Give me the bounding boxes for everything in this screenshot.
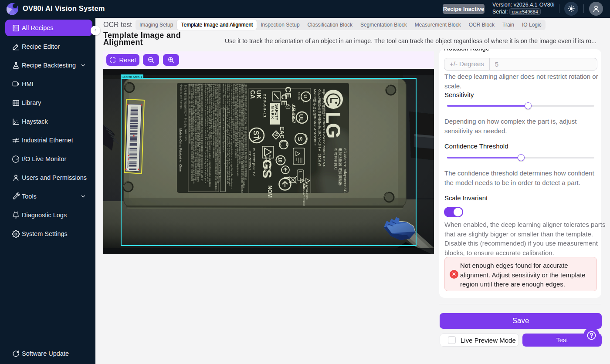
svg-text:Search Area 1: Search Area 1 [122, 75, 142, 79]
